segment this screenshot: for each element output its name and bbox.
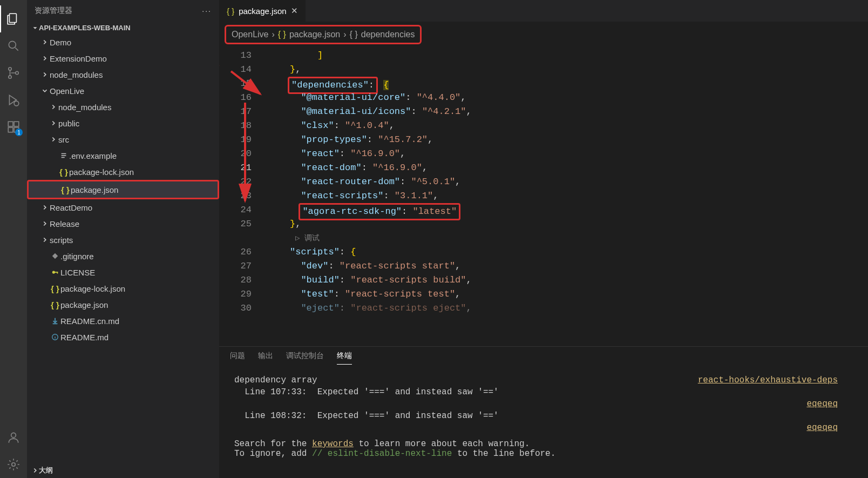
terminal-line: To ignore, add // eslint-disable-next-li…: [234, 449, 853, 459]
terminal-line: dependency array: [234, 375, 317, 385]
tree-label: public: [58, 119, 79, 128]
tree-label: package.json: [60, 300, 108, 309]
chevron-down-icon: [31, 24, 39, 32]
file-item[interactable]: README.md: [27, 329, 219, 345]
tree-label: package-lock.json: [60, 284, 125, 293]
file-icon: [50, 252, 60, 260]
file-item[interactable]: { }package.json: [27, 297, 219, 313]
tab-debug-console[interactable]: 调试控制台: [286, 351, 324, 365]
json-icon: { }: [278, 30, 286, 39]
terminal-line: Search for the keywords to learn more ab…: [234, 439, 853, 449]
file-icon: [50, 317, 60, 325]
file-item[interactable]: { }package-lock.json: [27, 280, 219, 297]
tab-terminal[interactable]: 终端: [337, 351, 352, 365]
tree-label: .gitignore: [60, 252, 94, 261]
terminal-link[interactable]: eqeqeq: [806, 399, 838, 409]
source-control-icon[interactable]: [0, 59, 27, 86]
chevron-right-icon: [49, 119, 58, 127]
line-gutter: 131415161718192021222324252627282930: [219, 44, 262, 346]
folder-item[interactable]: public: [27, 115, 219, 131]
search-icon[interactable]: [0, 32, 27, 59]
file-item[interactable]: { }package-lock.json: [27, 164, 219, 180]
svg-point-3: [9, 76, 11, 78]
panel: 问题 输出 调试控制台 终端 dependency arrayreact-hoo…: [219, 346, 868, 478]
breadcrumb-seg[interactable]: package.json: [289, 30, 340, 39]
tree-label: node_modules: [58, 103, 111, 112]
folder-item[interactable]: scripts: [27, 232, 219, 248]
folder-item[interactable]: Release: [27, 216, 219, 232]
svg-point-11: [12, 463, 16, 467]
terminal-link[interactable]: react-hooks/exhaustive-deps: [698, 375, 838, 385]
breadcrumb[interactable]: OpenLive › { } package.json › { } depend…: [225, 25, 422, 44]
chevron-right-icon: [40, 38, 50, 46]
chevron-right-icon: [40, 71, 50, 78]
chevron-right-icon: [40, 55, 50, 62]
folder-item[interactable]: OpenLive: [27, 83, 219, 99]
tree-label: package-lock.json: [69, 167, 134, 177]
file-item[interactable]: .env.example: [27, 147, 219, 164]
chevron-right-icon: ›: [272, 30, 275, 39]
section-title[interactable]: API-EXAMPLES-WEB-MAIN: [27, 22, 219, 34]
chevron-right-icon: [49, 136, 58, 143]
file-item[interactable]: README.cn.md: [27, 313, 219, 329]
svg-rect-6: [8, 122, 13, 126]
svg-point-10: [11, 433, 16, 437]
tree-label: LICENSE: [60, 268, 95, 277]
tab-output[interactable]: 输出: [258, 351, 273, 365]
breadcrumb-seg[interactable]: dependencies: [361, 30, 415, 39]
chevron-right-icon: [40, 204, 50, 211]
settings-icon[interactable]: [0, 451, 27, 478]
chevron-right-icon: [49, 103, 58, 111]
extensions-icon[interactable]: 1: [0, 113, 27, 140]
close-icon[interactable]: ✕: [291, 6, 298, 16]
breadcrumb-seg[interactable]: OpenLive: [232, 30, 269, 39]
tree-label: ReactDemo: [50, 203, 92, 212]
tree-label: scripts: [50, 235, 73, 245]
tab-label: package.json: [239, 6, 286, 16]
editor-area: { } package.json ✕ OpenLive › { } packag…: [219, 0, 868, 478]
file-item[interactable]: { }package.json: [27, 180, 219, 199]
folder-item[interactable]: node_modules: [27, 99, 219, 115]
terminal-link[interactable]: eqeqeq: [806, 423, 838, 433]
chevron-right-icon: [40, 236, 50, 244]
explorer-icon[interactable]: [0, 5, 27, 32]
file-item[interactable]: LICENSE: [27, 264, 219, 280]
folder-item[interactable]: Demo: [27, 34, 219, 50]
terminal-line: Line 107:33: Expected '===' and instead …: [234, 387, 499, 397]
tab-problems[interactable]: 问题: [230, 351, 245, 365]
svg-rect-14: [57, 272, 58, 274]
tree-label: package.json: [71, 185, 118, 194]
tree-label: Demo: [50, 38, 71, 47]
run-debug-icon[interactable]: [0, 86, 27, 113]
debug-codelens[interactable]: ▷ 调试: [290, 234, 320, 243]
accounts-icon[interactable]: [0, 424, 27, 451]
chevron-right-icon: ›: [343, 30, 346, 39]
tree-label: node_modules: [50, 70, 103, 79]
code-editor[interactable]: 131415161718192021222324252627282930 ] }…: [219, 44, 868, 346]
outline-label: 大纲: [39, 466, 53, 475]
file-tree: DemoExtensionDemonode_modulesOpenLivenod…: [27, 34, 219, 463]
code-content[interactable]: ] }, "dependencies": { "@material-ui/cor…: [262, 44, 868, 346]
chevron-right-icon: [40, 220, 50, 227]
file-item[interactable]: .gitignore: [27, 248, 219, 264]
extensions-badge: 1: [15, 129, 23, 136]
chevron-right-icon: [31, 467, 39, 474]
svg-rect-9: [14, 122, 19, 126]
tree-label: README.cn.md: [60, 317, 119, 326]
file-icon: { }: [50, 300, 60, 309]
folder-item[interactable]: ExtensionDemo: [27, 50, 219, 66]
file-icon: [58, 152, 69, 159]
folder-item[interactable]: ReactDemo: [27, 199, 219, 216]
json-icon: { }: [227, 6, 234, 16]
outline-section[interactable]: 大纲: [27, 463, 219, 478]
tab-package-json[interactable]: { } package.json ✕: [219, 0, 306, 22]
terminal[interactable]: dependency arrayreact-hooks/exhaustive-d…: [219, 365, 868, 478]
folder-item[interactable]: node_modules: [27, 66, 219, 83]
sidebar-header: 资源管理器 ···: [27, 0, 219, 22]
sidebar-title: 资源管理器: [35, 6, 72, 16]
folder-item[interactable]: src: [27, 131, 219, 147]
more-icon[interactable]: ···: [202, 6, 212, 15]
json-icon: { }: [350, 30, 358, 39]
editor-tabs: { } package.json ✕: [219, 0, 868, 22]
tree-label: OpenLive: [50, 86, 84, 96]
